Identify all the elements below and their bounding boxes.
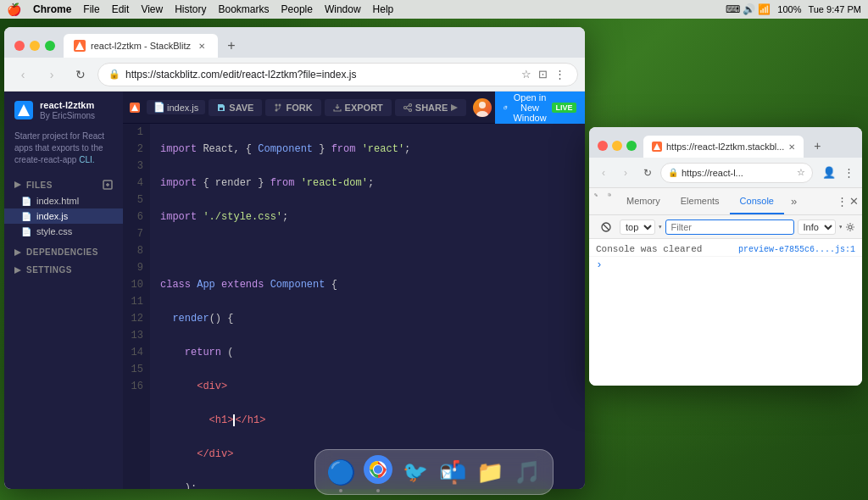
dt-minimize-button[interactable] bbox=[612, 141, 622, 151]
dt-user-icon[interactable]: 👤 bbox=[820, 164, 838, 181]
dt-refresh-button[interactable]: ↻ bbox=[638, 164, 657, 182]
toolbar-file-tab[interactable]: 📄 index.js bbox=[147, 100, 205, 114]
dt-maximize-button[interactable] bbox=[626, 141, 637, 151]
address-bar[interactable]: 🔒 https://stackblitz.com/edit/react-l2zt… bbox=[97, 63, 578, 86]
svg-marker-6 bbox=[14, 249, 21, 256]
dt-tab-title: https://react-l2ztkm.stackbl... bbox=[666, 142, 784, 152]
dt-settings-button[interactable] bbox=[845, 219, 855, 236]
menubar-view[interactable]: View bbox=[141, 3, 163, 15]
dt-new-tab-button[interactable]: + bbox=[805, 134, 829, 158]
dt-panel-more-options[interactable]: ⋮ bbox=[837, 195, 848, 208]
dt-panel-close-button[interactable]: ✕ bbox=[849, 195, 859, 208]
finder-icon: 🔵 bbox=[326, 458, 356, 486]
files-section-header[interactable]: FILES bbox=[4, 175, 123, 193]
dt-active-tab[interactable]: https://react-l2ztkm.stackbl... ✕ bbox=[643, 136, 804, 158]
dt-console-tab[interactable]: Console bbox=[730, 188, 784, 214]
dt-panel-more-button[interactable]: » bbox=[784, 188, 804, 214]
dt-window-controls bbox=[596, 141, 642, 158]
share-button[interactable]: SHARE bbox=[395, 99, 467, 116]
svg-point-16 bbox=[479, 102, 486, 108]
close-window-button[interactable] bbox=[14, 41, 25, 51]
dt-inspect-icon[interactable] bbox=[589, 188, 603, 202]
dt-level-select[interactable]: Info bbox=[798, 219, 836, 235]
svg-marker-7 bbox=[14, 267, 21, 274]
console-message: Console was cleared bbox=[596, 244, 732, 254]
dt-address-bar[interactable]: 🔒 https://react-l... ☆ bbox=[660, 163, 813, 183]
file-item-indexjs[interactable]: 📄 index.js bbox=[4, 208, 123, 224]
dock-item-files[interactable]: 📁 bbox=[473, 455, 507, 489]
sb-logo-icon bbox=[14, 101, 33, 119]
fork-button[interactable]: FORK bbox=[265, 99, 320, 116]
export-button[interactable]: EXPORT bbox=[325, 99, 392, 116]
svg-rect-18 bbox=[504, 107, 507, 109]
address-actions: ☆ ⊡ ⋮ bbox=[520, 66, 567, 82]
back-button: ‹ bbox=[11, 63, 35, 86]
file-icon-js: 📄 bbox=[21, 212, 31, 221]
code-line-7: return ( bbox=[160, 344, 585, 361]
file-item-stylecss[interactable]: 📄 style.css bbox=[4, 224, 123, 239]
twitter-icon: 🐦 bbox=[403, 460, 428, 484]
dt-memory-tab[interactable]: Memory bbox=[616, 188, 670, 214]
bookmark-icon[interactable]: ☆ bbox=[520, 66, 533, 82]
menubar-bookmarks[interactable]: Bookmarks bbox=[219, 3, 270, 15]
refresh-button[interactable]: ↻ bbox=[69, 63, 92, 86]
dock-item-mail[interactable]: 📬 bbox=[436, 455, 470, 489]
menubar-history[interactable]: History bbox=[175, 3, 206, 15]
console-prompt[interactable]: › bbox=[589, 257, 862, 273]
dt-more-icon[interactable]: ⋮ bbox=[841, 164, 857, 181]
chrome-icon bbox=[364, 455, 392, 489]
menubar-icons: ⌨ 🔊 📶 bbox=[726, 3, 771, 15]
sb-sidebar: react-l2ztkm By EricSimons Starter proje… bbox=[4, 92, 123, 489]
reader-icon[interactable]: ⊡ bbox=[537, 66, 549, 82]
sb-logo: react-l2ztkm By EricSimons bbox=[4, 92, 123, 125]
dock-item-twitter[interactable]: 🐦 bbox=[398, 455, 432, 489]
music-icon: 🎵 bbox=[514, 459, 541, 486]
active-tab[interactable]: react-l2ztkm - StackBlitz ✕ bbox=[64, 34, 218, 58]
dt-tab-close-button[interactable]: ✕ bbox=[788, 142, 795, 152]
save-button[interactable]: SAVE bbox=[209, 99, 262, 116]
dt-bookmark-icon[interactable]: ☆ bbox=[797, 167, 805, 178]
menubar-app-name[interactable]: Chrome bbox=[33, 3, 71, 15]
dt-secure-icon: 🔒 bbox=[668, 168, 678, 177]
tab-favicon bbox=[74, 40, 86, 52]
dt-context-select[interactable]: top bbox=[620, 219, 655, 235]
menubar-edit[interactable]: Edit bbox=[112, 3, 130, 15]
settings-section-header[interactable]: SETTINGS bbox=[4, 260, 123, 278]
new-tab-button[interactable]: + bbox=[220, 34, 243, 58]
dock-item-music[interactable]: 🎵 bbox=[510, 455, 544, 489]
file-item-indexhtml[interactable]: 📄 index.html bbox=[4, 193, 123, 208]
menubar-window[interactable]: Window bbox=[325, 3, 361, 15]
deps-section-header[interactable]: DEPENDENCIES bbox=[4, 242, 123, 260]
code-line-6: render() { bbox=[160, 310, 585, 327]
open-new-window-button[interactable]: Open in New Window LIVE bbox=[495, 92, 584, 126]
dt-close-button[interactable] bbox=[598, 141, 608, 151]
svg-marker-15 bbox=[451, 104, 458, 111]
more-icon[interactable]: ⋮ bbox=[553, 66, 567, 82]
dock-item-chrome[interactable] bbox=[361, 455, 395, 489]
code-line-5: class App extends Component { bbox=[160, 276, 585, 293]
desktop: react-l2ztkm - StackBlitz ✕ + ‹ › ↻ 🔒 ht… bbox=[0, 19, 868, 500]
maximize-window-button[interactable] bbox=[45, 41, 55, 51]
code-editor[interactable]: 1234 5678 9101112 13141516 import React,… bbox=[123, 124, 585, 489]
apple-menu[interactable]: 🍎 bbox=[7, 3, 21, 16]
dt-elements-tab[interactable]: Elements bbox=[670, 188, 730, 214]
svg-point-12 bbox=[409, 103, 411, 106]
menubar-file[interactable]: File bbox=[83, 3, 99, 15]
console-source[interactable]: preview-e7855c6....js:1 bbox=[738, 245, 855, 254]
svg-marker-1 bbox=[18, 104, 30, 116]
dock-item-finder[interactable]: 🔵 bbox=[324, 455, 358, 489]
dt-filter-input[interactable] bbox=[665, 219, 794, 235]
svg-point-10 bbox=[279, 103, 281, 106]
menubar-people[interactable]: People bbox=[281, 3, 313, 15]
menubar-help[interactable]: Help bbox=[373, 3, 394, 15]
dt-clear-button[interactable] bbox=[596, 220, 616, 234]
code-content[interactable]: import React, { Component } from 'react'… bbox=[150, 124, 585, 489]
minimize-window-button[interactable] bbox=[30, 41, 40, 51]
dt-tab-bar: https://react-l2ztkm.stackbl... ✕ + bbox=[589, 127, 862, 158]
cli-link[interactable]: CLI. bbox=[79, 155, 94, 164]
dt-device-icon[interactable] bbox=[603, 188, 616, 202]
tab-close-button[interactable]: ✕ bbox=[196, 40, 208, 52]
level-dropdown-icon bbox=[839, 224, 843, 231]
console-caret: › bbox=[596, 258, 603, 271]
navigation-bar: ‹ › ↻ 🔒 https://stackblitz.com/edit/reac… bbox=[4, 58, 585, 92]
